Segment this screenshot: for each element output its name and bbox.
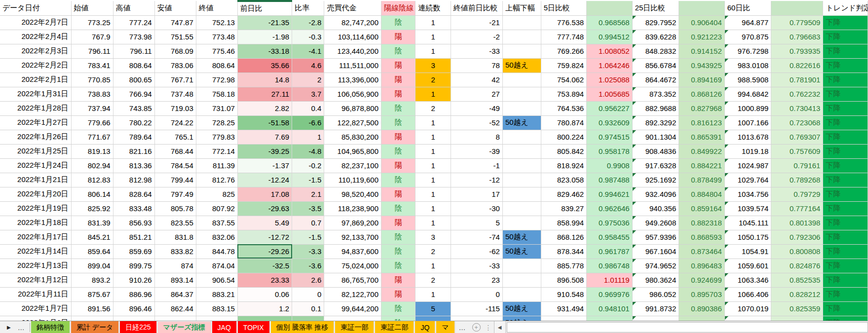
cell-open[interactable]: 841.92 (71, 316, 113, 321)
cell-d60[interactable]: 964.877 (724, 15, 771, 30)
cell-flag[interactable] (502, 130, 541, 144)
col-header-high[interactable]: 高値 (113, 1, 154, 15)
cell-d60r[interactable]: 0.825359 (771, 301, 823, 316)
sheet-nav-more-right[interactable]: … (456, 321, 470, 333)
cell-low[interactable]: 765.1 (154, 130, 196, 144)
cell-d60[interactable]: 1013.678 (724, 130, 771, 144)
cell-close[interactable]: 883.21 (196, 287, 237, 301)
cell-d60[interactable]: 1039.574 (724, 201, 771, 216)
cell-d25[interactable]: 901.1304 (632, 130, 679, 144)
cell-d60r[interactable]: 0.801398 (771, 216, 823, 230)
cell-d5[interactable]: 759.824 (541, 58, 586, 73)
cell-high[interactable]: 743.85 (113, 101, 154, 115)
cell-d25r[interactable]: 0.890386 (679, 301, 724, 316)
col-header-streak[interactable]: 連続数 (415, 1, 451, 15)
cell-d5[interactable]: 769.266 (541, 44, 586, 58)
cell-d5r[interactable]: 1.025088 (587, 73, 632, 87)
cell-d25r[interactable]: 0.896483 (679, 259, 724, 273)
cell-chg[interactable]: -29.26 (237, 244, 292, 259)
cell-d60r[interactable]: 0.800808 (771, 244, 823, 259)
cell-diff[interactable]: -62 (451, 244, 502, 259)
scroll-left-button[interactable]: ◀ (494, 321, 506, 333)
cell-d25r[interactable]: 0.827968 (679, 101, 724, 115)
cell-trend[interactable]: 下降 (823, 15, 868, 30)
cell-d25[interactable]: 873.352 (632, 87, 679, 101)
cell-low[interactable]: 747.87 (154, 15, 196, 30)
cell-chg[interactable]: 14.8 (237, 73, 292, 87)
cell-d25[interactable]: 957.9396 (632, 230, 679, 244)
cell-d5r[interactable]: 0.994621 (587, 187, 632, 201)
cell-d60r[interactable]: 0.781901 (771, 73, 823, 87)
cell-streak[interactable]: 1 (415, 173, 451, 187)
cell-d25[interactable]: 848.2832 (632, 44, 679, 58)
cell-streak[interactable]: 1 (415, 130, 451, 144)
cell-flag[interactable] (502, 44, 541, 58)
cell-trend[interactable]: 下降 (823, 73, 868, 87)
cell-d25[interactable]: 908.4836 (632, 144, 679, 158)
cell-high[interactable]: 808.64 (113, 58, 154, 73)
cell-open[interactable]: 831.39 (71, 216, 113, 230)
cell-open[interactable]: 825.92 (71, 201, 113, 216)
cell-d5[interactable]: 818.924 (541, 158, 586, 173)
cell-d5[interactable]: 764.536 (541, 101, 586, 115)
cell-trend[interactable]: 下降 (823, 30, 868, 44)
cell-d25[interactable]: 917.6328 (632, 158, 679, 173)
cell-pct[interactable]: -2.8 (292, 15, 324, 30)
cell-d5[interactable]: 858.994 (541, 216, 586, 230)
cell-chg[interactable]: 0.06 (237, 287, 292, 301)
cell-low[interactable]: 784.54 (154, 158, 196, 173)
cell-d5r[interactable]: 0.969976 (587, 287, 632, 301)
cell-vol[interactable]: 123,440,200 (324, 44, 381, 58)
sheet-tab-1[interactable]: 銘柄特徴 (31, 321, 71, 333)
sheet-tab-8[interactable]: 東証一部 (335, 321, 375, 333)
cell-d5[interactable]: 885.778 (541, 259, 586, 273)
cell-pct[interactable]: -3.6 (292, 259, 324, 273)
cell-close[interactable]: 807.92 (196, 201, 237, 216)
cell-diff[interactable]: -30 (451, 201, 502, 216)
cell-candle[interactable]: 陽 (381, 187, 415, 201)
cell-pct[interactable]: -0.3 (292, 30, 324, 44)
cell-d60r[interactable]: 0.824876 (771, 259, 823, 273)
cell-diff[interactable]: -2 (451, 30, 502, 44)
cell-open[interactable]: 767.9 (71, 30, 113, 44)
cell-d5[interactable]: 868.126 (541, 230, 586, 244)
cell-chg[interactable]: -39.25 (237, 144, 292, 158)
cell-low[interactable]: 833.82 (154, 244, 196, 259)
cell-d25[interactable]: 998.09 (632, 316, 679, 321)
cell-flag[interactable]: 50越え (502, 244, 541, 259)
sheet-tab-10[interactable]: JQ (415, 321, 436, 333)
cell-pct[interactable]: 2.6 (292, 273, 324, 287)
cell-diff[interactable]: -115 (451, 301, 502, 316)
cell-d60r[interactable]: 0.723068 (771, 115, 823, 130)
col-header-candle[interactable]: 陽線陰線 (381, 1, 415, 15)
cell-pct[interactable]: 3.7 (292, 87, 324, 101)
cell-d25[interactable]: 980.3624 (632, 273, 679, 287)
cell-high[interactable]: 766.94 (113, 87, 154, 101)
cell-d60r[interactable]: 0.779509 (771, 15, 823, 30)
cell-pct[interactable]: 0 (292, 287, 324, 301)
cell-streak[interactable]: 1 (415, 259, 451, 273)
cell-d5r[interactable]: 0.958455 (587, 230, 632, 244)
cell-close[interactable]: 832.06 (196, 230, 237, 244)
cell-flag[interactable]: 50越え (502, 230, 541, 244)
cell-open[interactable]: 899.04 (71, 259, 113, 273)
col-header-d25[interactable]: 25日比較 (632, 1, 679, 15)
cell-candle[interactable]: 陰 (381, 173, 415, 187)
cell-d60r[interactable]: 0.79161 (771, 158, 823, 173)
scrollbar-thumb[interactable] (507, 322, 868, 333)
cell-vol[interactable]: 94,837,600 (324, 244, 381, 259)
cell-d25[interactable]: 932.4096 (632, 187, 679, 201)
cell-chg[interactable]: -33.18 (237, 44, 292, 58)
cell-streak[interactable]: 3 (415, 58, 451, 73)
cell-high[interactable]: 896.46 (113, 301, 154, 316)
cell-date[interactable]: 2022年1月31日 (0, 87, 71, 101)
cell-date[interactable]: 2022年2月1日 (0, 73, 71, 87)
cell-close[interactable]: 758.18 (196, 87, 237, 101)
cell-date[interactable]: 2022年1月14日 (0, 244, 71, 259)
cell-low[interactable]: 799.44 (154, 173, 196, 187)
cell-d60[interactable]: 1019.18 (724, 144, 771, 158)
cell-pct[interactable]: -4.9 (292, 316, 324, 321)
cell-d60[interactable]: 1072.4 (724, 316, 771, 321)
sheet-tab-3[interactable]: 日経225 (120, 321, 157, 333)
cell-chg[interactable]: -1.37 (237, 158, 292, 173)
